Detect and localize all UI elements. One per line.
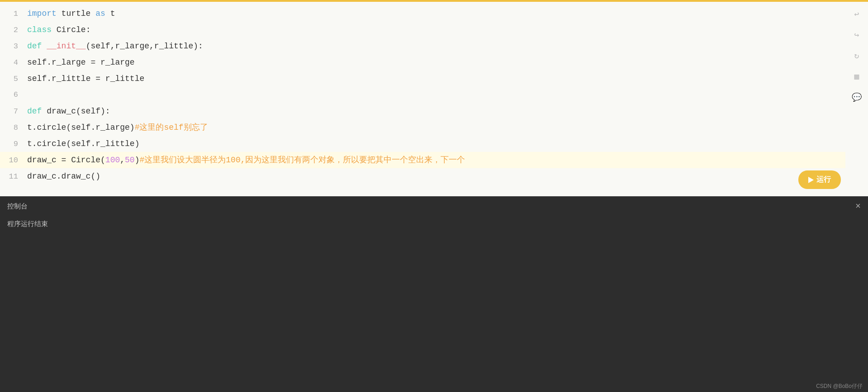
code-token: class xyxy=(27,25,52,34)
play-icon xyxy=(808,177,814,183)
code-line: 11draw_c.draw_c() xyxy=(0,168,845,184)
code-token: self xyxy=(27,74,47,83)
code-token: = r_little xyxy=(90,74,144,83)
code-token: draw_c xyxy=(27,156,57,165)
code-line: 7 def draw_c(self): xyxy=(0,103,845,119)
code-line: 2class Circle: xyxy=(0,22,845,38)
console-title: 控制台 xyxy=(7,202,28,211)
code-token: import xyxy=(27,9,57,18)
code-token: (self,r_large,r_little): xyxy=(86,42,203,51)
code-line: 6 xyxy=(0,87,845,103)
line-number: 4 xyxy=(0,55,27,71)
code-line: 4 self.r_large = r_large xyxy=(0,54,845,71)
code-token: as xyxy=(95,9,105,18)
code-area: 1import turtle as t2class Circle:3 def _… xyxy=(0,2,845,196)
code-token: Circle: xyxy=(52,25,90,34)
code-token: .r_little xyxy=(47,74,90,83)
console-output: 程序运行结束 xyxy=(0,216,868,232)
code-token: 100 xyxy=(105,156,120,165)
footer-attribution: CSDN @BoBo仔仔 xyxy=(811,381,868,392)
code-line: 1import turtle as t xyxy=(0,5,845,22)
code-token: def xyxy=(27,107,42,116)
run-label: 运行 xyxy=(816,175,831,184)
code-line: 10draw_c = Circle(100,50)#这里我们设大圆半径为100,… xyxy=(0,152,845,168)
line-content: t.circle(self.r_large)#这里的self别忘了 xyxy=(27,119,845,136)
line-number: 6 xyxy=(0,87,27,103)
line-number: 2 xyxy=(0,22,27,38)
code-token: t.circle(self.r_large) xyxy=(27,123,135,132)
code-token: , xyxy=(120,156,125,165)
line-number: 9 xyxy=(0,136,27,152)
code-token: 别忘了 xyxy=(184,123,208,132)
line-number: 8 xyxy=(0,120,27,136)
code-token: draw_c.draw_c() xyxy=(27,172,100,181)
code-token: #这里的 xyxy=(135,123,164,132)
code-token: self xyxy=(164,123,183,132)
code-token: .r_large xyxy=(47,58,85,67)
code-token: ) xyxy=(135,156,140,165)
redo-icon[interactable]: ↪ xyxy=(850,28,863,42)
line-number: 7 xyxy=(0,104,27,120)
code-token: def xyxy=(27,42,42,51)
code-token: t.circle(self.r_little) xyxy=(27,139,139,148)
line-number: 10 xyxy=(0,152,27,169)
code-editor: 1import turtle as t2class Circle:3 def _… xyxy=(0,2,868,196)
console-area: 控制台 × 程序运行结束 xyxy=(0,196,868,392)
code-token: draw_c(self): xyxy=(42,107,110,116)
code-token: self xyxy=(27,58,47,67)
code-token: turtle xyxy=(57,9,95,18)
code-token: #这里我们设大圆半径为100,因为这里我们有两个对象，所以要把其中一个空出来，下… xyxy=(139,156,465,165)
line-content: def draw_c(self): xyxy=(27,103,845,119)
code-token: __init__ xyxy=(47,42,85,51)
line-content: class Circle: xyxy=(27,22,845,38)
code-token: t xyxy=(105,9,115,18)
line-content: draw_c = Circle(100,50)#这里我们设大圆半径为100,因为… xyxy=(27,152,845,168)
console-close-button[interactable]: × xyxy=(855,201,861,212)
line-number: 5 xyxy=(0,71,27,87)
code-line: 5 self.r_little = r_little xyxy=(0,71,845,87)
refresh-icon[interactable]: ↻ xyxy=(850,49,863,62)
main-container: 1import turtle as t2class Circle:3 def _… xyxy=(0,2,868,392)
code-token: = r_large xyxy=(86,58,135,67)
chat-icon[interactable]: 💬 xyxy=(850,90,863,104)
code-token: = Circle( xyxy=(57,156,105,165)
share-icon[interactable]: ↩ xyxy=(850,7,863,21)
line-number: 11 xyxy=(0,169,27,185)
code-token xyxy=(42,42,47,51)
code-line: 8 t.circle(self.r_large)#这里的self别忘了 xyxy=(0,119,845,136)
code-line: 3 def __init__(self,r_large,r_little): xyxy=(0,38,845,54)
line-number: 3 xyxy=(0,38,27,55)
line-content: self.r_large = r_large xyxy=(27,54,845,71)
line-content: self.r_little = r_little xyxy=(27,71,845,87)
line-number: 1 xyxy=(0,6,27,22)
line-content: draw_c.draw_c() xyxy=(27,168,845,184)
run-button[interactable]: 运行 xyxy=(798,170,841,189)
console-header: 控制台 × xyxy=(0,196,868,216)
line-content: import turtle as t xyxy=(27,5,845,22)
line-content: t.circle(self.r_little) xyxy=(27,136,845,152)
code-token: 50 xyxy=(125,156,135,165)
line-content: def __init__(self,r_large,r_little): xyxy=(27,38,845,54)
sidebar-icons: ↩↪↻▦💬 xyxy=(845,2,868,196)
table-icon[interactable]: ▦ xyxy=(850,70,863,83)
code-line: 9 t.circle(self.r_little) xyxy=(0,136,845,152)
